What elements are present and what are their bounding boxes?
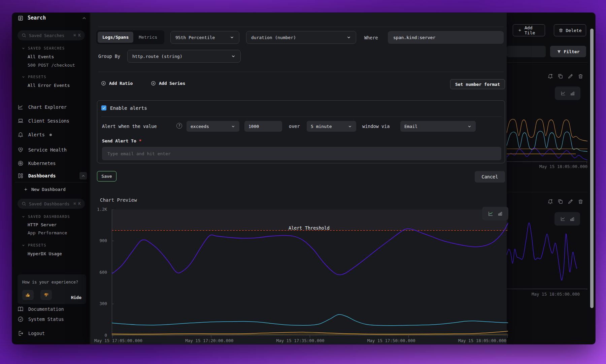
circle-plus-icon — [101, 81, 106, 86]
where-input[interactable] — [393, 35, 498, 40]
edit-pencil-icon[interactable] — [568, 73, 573, 79]
shortcut-badge: ⌘ K — [73, 201, 81, 206]
alert-email-input[interactable] — [107, 151, 496, 156]
add-series-button[interactable]: Add Series — [151, 81, 185, 86]
collapse-dashboards-icon[interactable] — [79, 172, 87, 179]
thumbs-up-icon — [25, 292, 31, 298]
tile-chart-type-toggle[interactable] — [555, 87, 580, 100]
thumbs-down-button[interactable] — [40, 290, 52, 300]
window-scrollbar[interactable] — [590, 13, 594, 344]
delete-tile-button[interactable]: Delete — [554, 24, 586, 36]
tile-mini-chart — [507, 216, 587, 290]
saved-search-item[interactable]: All Events — [28, 54, 54, 59]
alert-window-select[interactable]: 5 minute — [307, 121, 356, 132]
tile-divider — [507, 192, 587, 192]
collapse-search-panel-icon[interactable] — [81, 15, 87, 21]
add-ratio-button[interactable]: Add Ratio — [101, 81, 133, 86]
group-by-label: Group By — [98, 54, 120, 59]
chevron-down-icon — [22, 215, 25, 219]
sidebar-item-client-sessions[interactable]: Client Sessions — [15, 116, 87, 126]
line-chart-icon[interactable] — [561, 91, 566, 96]
cancel-button[interactable]: Cancel — [475, 171, 505, 183]
help-question-icon[interactable]: ? — [176, 123, 182, 129]
sidebar-item-dashboards[interactable]: Dashboards — [15, 171, 87, 180]
search-panel-title: Search — [28, 15, 46, 21]
group-by-select[interactable]: http.route (string) — [127, 50, 241, 63]
saved-dashboards-search[interactable]: ⌘ K — [18, 199, 85, 209]
trash-icon — [559, 28, 563, 33]
edit-tile-modal: Logs/Spans Metrics 95th Percentile durat… — [90, 13, 507, 344]
enable-alerts-checkbox[interactable] — [101, 105, 106, 110]
modal-divider — [98, 27, 504, 27]
bell-plus-icon[interactable] — [547, 73, 553, 79]
bar-chart-icon[interactable] — [498, 211, 503, 216]
alert-threshold-field[interactable] — [244, 121, 282, 132]
laptop-icon — [18, 118, 24, 124]
chevron-down-icon — [230, 35, 234, 40]
line-chart-icon[interactable] — [488, 211, 494, 217]
edit-pencil-icon[interactable] — [568, 199, 573, 204]
set-number-format-button[interactable]: Set number format — [450, 79, 505, 89]
add-tile-button[interactable]: Add Tile — [513, 24, 545, 36]
feedback-hide-button[interactable]: Hide — [71, 295, 81, 300]
alerts-unread-dot — [49, 134, 52, 136]
duplicate-icon[interactable] — [558, 199, 563, 204]
save-button[interactable]: Save — [97, 171, 116, 181]
sidebar-item-service-health[interactable]: Service Health — [15, 145, 87, 155]
saved-dashboards-input[interactable] — [29, 201, 71, 206]
trash-icon[interactable] — [578, 199, 583, 204]
saved-searches-input[interactable] — [29, 33, 71, 38]
sidebar-item-logout[interactable]: Logout — [15, 329, 87, 338]
aggregation-select[interactable]: 95th Percentile — [170, 31, 239, 44]
dashboard-presets-section-header[interactable]: PRESETS — [22, 243, 46, 247]
saved-searches-search[interactable]: ⌘ K — [18, 30, 85, 40]
saved-search-item[interactable]: 500 POST /checkout — [28, 63, 75, 68]
chevron-down-icon — [22, 243, 25, 247]
app-window: Search ⌘ K SAVED SEARCHES All Events 500… — [12, 13, 595, 344]
search-presets-section-header[interactable]: PRESETS — [22, 75, 46, 79]
alert-email-field[interactable] — [102, 147, 501, 160]
sidebar-item-documentation[interactable]: Documentation — [15, 304, 87, 314]
tab-logs-spans[interactable]: Logs/Spans — [98, 32, 133, 43]
scrollbar-thumb[interactable] — [590, 29, 594, 308]
saved-searches-section-header[interactable]: SAVED SEARCHES — [22, 46, 65, 50]
bar-chart-icon[interactable] — [570, 91, 575, 96]
alert-operator-select[interactable]: exceeds — [187, 121, 239, 132]
sidebar-item-alerts[interactable]: Alerts — [15, 130, 87, 139]
trash-icon[interactable] — [578, 73, 583, 79]
preview-chart-type-toggle[interactable] — [482, 207, 508, 220]
tab-metrics[interactable]: Metrics — [134, 32, 162, 43]
chevron-down-icon — [231, 124, 235, 129]
filter-button[interactable]: Filter — [550, 46, 586, 57]
feedback-card: How is your experience? Hide — [18, 274, 86, 304]
saved-dashboard-item[interactable]: App Performance — [28, 230, 67, 235]
bell-plus-icon[interactable] — [547, 199, 553, 204]
alert-channel-select[interactable]: Email — [400, 121, 476, 132]
enable-alerts-label: Enable alerts — [110, 105, 147, 111]
dashboard-search-input[interactable] — [507, 46, 546, 57]
field-select[interactable]: duration (number) — [246, 31, 356, 44]
sidebar-item-system-status[interactable]: System Status — [15, 315, 87, 324]
sidebar-item-kubernetes[interactable]: Kubernetes — [15, 159, 87, 168]
dashboard-preset-item[interactable]: HyperDX Usage — [28, 251, 62, 256]
alert-condition-label: Alert when the value — [102, 124, 157, 129]
search-preset-item[interactable]: All Error Events — [28, 83, 70, 88]
tile-divider — [507, 62, 587, 63]
circle-plus-icon — [151, 81, 156, 86]
sidebar-divider — [15, 182, 87, 183]
x-axis-labels: May 15 17:05:00.000 May 15 17:20:00.000 … — [94, 338, 506, 343]
shortcut-badge: ⌘ K — [73, 33, 81, 38]
thumbs-down-icon — [43, 292, 49, 298]
new-dashboard-button[interactable]: New Dashboard — [24, 187, 66, 192]
sidebar-item-chart-explorer[interactable]: Chart Explorer — [15, 102, 87, 112]
saved-dashboard-item[interactable]: HTTP Server — [28, 222, 57, 227]
alert-threshold-label: Alert Threshold — [289, 225, 330, 231]
where-filter-input[interactable] — [388, 31, 504, 44]
duplicate-icon[interactable] — [558, 73, 563, 79]
thumbs-up-button[interactable] — [22, 290, 34, 300]
saved-dashboards-section-header[interactable]: SAVED DASHBOARDS — [22, 214, 70, 219]
window-via-label: window via — [362, 124, 390, 129]
check-icon — [102, 106, 106, 110]
tile-actions — [547, 199, 583, 204]
alert-threshold-input[interactable] — [244, 121, 282, 132]
